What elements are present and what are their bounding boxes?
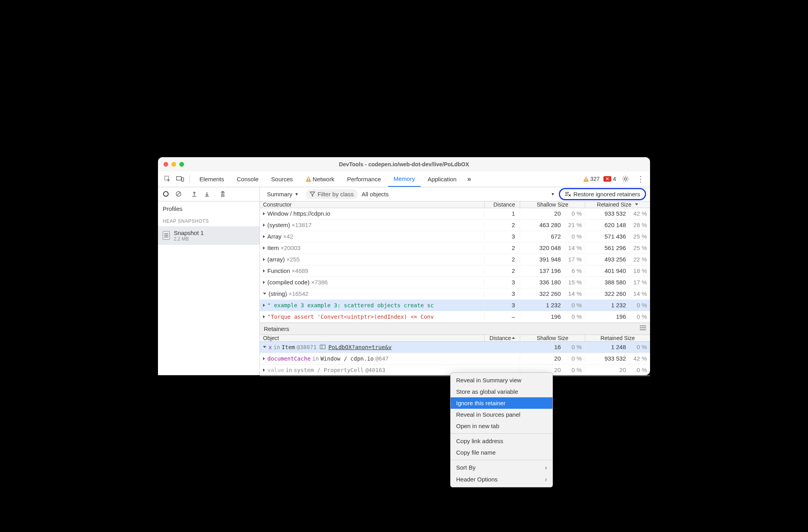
window-title: DevTools - codepen.io/web-dot-dev/live/P… [158,161,650,167]
col-constructor[interactable]: Constructor [260,201,484,208]
retainer-rows: x in Item @38071PoLdbOX?anon=true&v160 %… [260,342,650,376]
svg-point-7 [624,178,627,180]
table-row[interactable]: (compiled code) ×73863336 18015 %388 580… [260,277,650,288]
retainers-menu-icon[interactable] [640,325,646,332]
col-shallow[interactable]: Shallow Size [520,201,585,208]
clear-icon[interactable] [174,189,183,199]
retainers-header: Retainers [260,323,650,335]
col-retained-r[interactable]: Retained Size [585,335,650,341]
record-icon[interactable] [161,189,171,199]
tab-performance[interactable]: Performance [342,171,387,187]
table-row[interactable]: (system) ×138172463 28021 %620 14828 % [260,220,650,231]
menu-item[interactable]: Store as global variable [451,386,552,397]
svg-point-8 [163,192,168,196]
col-object[interactable]: Object [260,335,484,341]
table-row[interactable]: (array) ×2552391 94817 %493 25622 % [260,254,650,265]
memory-toolbar: Summary ▼ Filter by class All objects ▼ … [158,187,650,201]
profiles-heading: Profiles [158,201,259,216]
main-tabbar: Elements Console Sources Network Perform… [158,171,650,187]
restore-ignored-button[interactable]: Restore ignored retainers [559,188,646,200]
col-distance[interactable]: Distance [484,201,520,208]
svg-rect-5 [586,178,586,180]
heap-snapshots-heading: HEAP SNAPSHOTS [158,216,259,226]
warnings-badge[interactable]: 327 [583,176,599,182]
svg-line-10 [177,192,180,196]
svg-rect-6 [586,180,586,181]
download-icon[interactable] [202,189,212,199]
devtools-window: DevTools - codepen.io/web-dot-dev/live/P… [158,157,650,375]
menu-item[interactable]: Copy file name [451,447,552,458]
table-row[interactable]: Item ×200032320 04814 %561 29625 % [260,243,650,254]
objects-dropdown[interactable]: All objects ▼ [362,191,555,197]
menu-item[interactable]: Reveal in Summary view [451,374,552,386]
gear-icon[interactable] [620,173,631,184]
tab-network[interactable]: Network [300,171,340,187]
context-menu: Reveal in Summary viewStore as global va… [450,372,553,487]
menu-item[interactable]: Reveal in Sources panel [451,409,552,420]
tab-console[interactable]: Console [231,171,264,187]
upload-icon[interactable] [190,189,199,199]
menu-item[interactable]: Ignore this retainer [451,397,552,409]
table-row[interactable]: Function ×46892137 1966 %401 94018 % [260,265,650,277]
more-tabs-icon[interactable]: » [464,173,475,184]
snapshot-item[interactable]: Snapshot 1 2.2 MB [158,226,259,245]
inspect-icon[interactable] [162,173,173,184]
snapshot-icon [163,231,170,240]
titlebar: DevTools - codepen.io/web-dot-dev/live/P… [158,157,650,171]
errors-badge[interactable]: ✕4 [603,176,616,182]
svg-rect-2 [182,178,184,181]
class-filter[interactable]: Filter by class [306,189,358,199]
col-shallow-r[interactable]: Shallow Size [520,335,585,341]
gc-icon[interactable] [218,189,227,199]
view-dropdown[interactable]: Summary ▼ [264,189,302,199]
kebab-icon[interactable]: ⋮ [635,173,646,184]
menu-item[interactable]: Open in new tab [451,420,552,432]
table-row[interactable]: " example 3 example 3: scattered objects… [260,300,650,311]
retainer-grid-header: Object Distance Shallow Size Retained Si… [260,335,650,342]
constructor-grid-header: Constructor Distance Shallow Size Retain… [260,201,650,208]
device-icon[interactable] [175,173,186,184]
table-row[interactable]: (string) ×165423322 26014 %322 26014 % [260,288,650,300]
svg-rect-1 [177,177,181,180]
tab-elements[interactable]: Elements [194,171,230,187]
retainer-row[interactable]: x in Item @38071PoLdbOX?anon=true&v160 %… [260,342,650,353]
menu-item[interactable]: Copy link address [451,435,552,447]
retainer-row[interactable]: documentCache in Window / cdpn.io @64720… [260,353,650,365]
constructor-rows: Window / https://cdpn.io1200 %933 53242 … [260,208,650,323]
col-retained[interactable]: Retained Size [585,201,650,208]
svg-rect-3 [308,178,309,180]
svg-rect-4 [308,180,309,181]
tab-sources[interactable]: Sources [266,171,299,187]
menu-item[interactable]: Header Options› [451,474,552,485]
menu-item[interactable]: Sort By› [451,462,552,474]
table-row[interactable]: Array ×4236720 %571 43625 % [260,231,650,243]
table-row[interactable]: Window / https://cdpn.io1200 %933 53242 … [260,208,650,220]
profiles-sidebar: Profiles HEAP SNAPSHOTS Snapshot 1 2.2 M… [158,201,260,375]
tab-memory[interactable]: Memory [388,171,421,187]
table-row[interactable]: "Torque assert 'Convert<uintptr>(endInde… [260,311,650,323]
col-distance-r[interactable]: Distance [484,335,520,341]
tab-application[interactable]: Application [422,171,462,187]
